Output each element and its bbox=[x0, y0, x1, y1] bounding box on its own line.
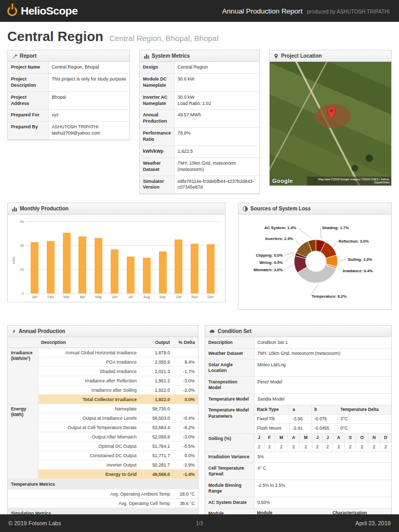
cloud-icon bbox=[209, 329, 215, 334]
row-description: Energy to Grid bbox=[38, 470, 140, 479]
system-loss-header: Sources of System Loss bbox=[238, 203, 391, 215]
info-label: Inverter AC Nameplate bbox=[140, 91, 174, 110]
y-axis-title: kWh bbox=[11, 222, 16, 299]
soiling-value: 2 bbox=[333, 443, 345, 451]
power-icon bbox=[7, 6, 17, 16]
soiling-value: 2 bbox=[255, 443, 264, 451]
bar-sep bbox=[159, 251, 167, 294]
info-row: kWh/kWp1,622.5 bbox=[140, 145, 259, 157]
monthly-production-bars bbox=[25, 222, 220, 294]
bar-dec bbox=[207, 244, 215, 294]
info-label: kWh/kWp bbox=[140, 145, 174, 157]
soiling-value: 2 bbox=[288, 443, 300, 451]
temp-params-cell: -0.0455 bbox=[312, 424, 338, 433]
annual-production-title: Annual Production bbox=[19, 328, 65, 334]
info-label: Prepared By bbox=[8, 122, 48, 140]
loss-label-line-inverters bbox=[295, 239, 299, 245]
info-value: e8fe78114e-fc0debfb44-4237b2d843-c07345e… bbox=[174, 176, 259, 194]
info-value: TMY, 10km Grid, meteonorm (meteonorm) bbox=[174, 157, 259, 176]
summary-row: Report Project NameCentral Region, Bhopa… bbox=[0, 50, 399, 194]
bar-jul bbox=[127, 257, 135, 294]
system-metrics-panel: System Metrics DesignCentral RegionModul… bbox=[139, 50, 260, 194]
x-tick-label: Jul bbox=[127, 295, 135, 299]
row-description: Optimal DC Output bbox=[38, 442, 140, 451]
temp-params-row-flush-mount: Flush Mount -2.81 -0.0455 0°C bbox=[255, 424, 392, 433]
info-label: Project Description bbox=[8, 73, 48, 91]
info-value: ASHUTOSH TRIPATHItashu2709@yahoo.com bbox=[48, 122, 129, 140]
row-output: 50,281.7 bbox=[140, 460, 173, 470]
map-image[interactable]: Google Map data ©2019 Google Imagery ©20… bbox=[270, 62, 391, 185]
bar-mar bbox=[63, 233, 71, 294]
y-tick-label: 6k bbox=[17, 220, 24, 223]
google-logo[interactable]: Google bbox=[272, 178, 293, 184]
cs-value-soiling: JFMAMJJASOND 222222222222 bbox=[254, 433, 391, 451]
loss-label-line-reflection bbox=[334, 242, 337, 247]
row-description: Constrained DC Output bbox=[38, 451, 140, 460]
cs-label-solar-angle: Solar Angle Location bbox=[205, 360, 254, 377]
project-location-panel-title: Project Location bbox=[281, 53, 322, 59]
row-output: 52,058.8 bbox=[140, 432, 173, 442]
cs-row-temp-params: Temperature Model Parameters Rack Type a… bbox=[205, 405, 391, 433]
x-tick-label: Aug bbox=[143, 295, 151, 299]
metric-label: Avg. Operating Cell Temp bbox=[8, 499, 173, 508]
bar-apr bbox=[78, 236, 86, 294]
soiling-months: JFMAMJJASOND bbox=[255, 434, 392, 443]
row-output: 1,922.0 bbox=[140, 385, 173, 395]
group-column-header bbox=[8, 337, 38, 348]
soiling-month: S bbox=[344, 434, 356, 443]
condition-set-panel: Condition Set Description Condition Set … bbox=[205, 325, 392, 532]
cs-label-cell-temp-spread: Cell Temperature Spread bbox=[205, 463, 254, 480]
temp-params-h-delta: Temperature Delta bbox=[338, 405, 392, 415]
temp-params-cell: Fixed Tilt bbox=[255, 415, 290, 424]
info-label: Simulator Version bbox=[140, 176, 174, 194]
loss-label-clipping: Clipping: 0.0% bbox=[256, 253, 283, 258]
bar-chart-icon bbox=[144, 54, 149, 59]
map-marker-header-icon bbox=[274, 54, 278, 59]
cs-label-description: Description bbox=[205, 337, 254, 348]
row-description: Shaded Irradiance bbox=[38, 367, 140, 376]
row-description: Output at Irradiance Levels bbox=[38, 414, 140, 423]
page-title: Central Region bbox=[7, 29, 103, 44]
temp-params-cell: Flush Mount bbox=[255, 424, 290, 433]
bar-feb bbox=[47, 241, 55, 294]
footer-copyright: © 2019 Folsom Labs bbox=[8, 520, 136, 526]
row-delta: -2.9% bbox=[173, 460, 198, 470]
soiling-month: J bbox=[312, 434, 323, 443]
row-delta: -1.7% bbox=[173, 367, 198, 376]
system-metrics-panel-title: System Metrics bbox=[152, 53, 190, 59]
monthly-production-xlabels: JanFebMarAprMayJunJulAugSepOctNovDec bbox=[25, 294, 220, 299]
charts-row: Monthly Production kWh 02k4k6k JanFebMar… bbox=[0, 203, 399, 310]
soiling-month: D bbox=[380, 434, 391, 443]
info-row: Prepared ByASHUTOSH TRIPATHItashu2709@ya… bbox=[8, 122, 129, 140]
loss-label-irradiance: Irradiance: 0.4% bbox=[343, 269, 373, 273]
cs-row-module-binning: Module Binning Range -2.5% to 2.5% bbox=[205, 480, 391, 497]
temp-params-cell: -2.81 bbox=[290, 424, 312, 433]
condition-set-title: Condition Set bbox=[218, 328, 251, 334]
soiling-table: JFMAMJJASOND 222222222222 bbox=[255, 434, 392, 451]
loss-label-reflection: Reflection: 3.0% bbox=[339, 239, 369, 244]
loss-label-soiling: Soiling: 2.0% bbox=[348, 257, 373, 262]
cs-label-temperature-model: Temperature Model bbox=[205, 394, 254, 405]
system-metrics-table: DesignCentral RegionModule DC Nameplate3… bbox=[140, 62, 259, 194]
loss-label-line-soiling bbox=[339, 259, 347, 261]
x-tick-label: Dec bbox=[207, 295, 215, 299]
metrics-row: Avg. Operating Cell Temp38.6 °C bbox=[8, 499, 198, 508]
row-delta: -0.4% bbox=[173, 414, 198, 423]
info-value: Central Region, Bhopal bbox=[48, 62, 129, 73]
cs-value-transposition: Perez Model bbox=[254, 377, 391, 394]
temp-params-h-b: b bbox=[312, 405, 338, 415]
soiling-month: J bbox=[323, 434, 333, 443]
info-row: Project NameCentral Region, Bhopal bbox=[8, 62, 129, 73]
row-output: 58,730.0 bbox=[140, 404, 173, 414]
annual-production-header-row: Description Output % Delta bbox=[8, 337, 198, 348]
cs-row-temperature-model: Temperature Model Sandia Model bbox=[205, 394, 391, 405]
info-value: Bhopal bbox=[48, 91, 129, 110]
annual-production-header: Annual Production bbox=[8, 326, 198, 337]
soiling-month: A bbox=[333, 434, 345, 443]
x-tick-label: Jun bbox=[111, 295, 118, 299]
report-header-right: Annual Production Report produced by ASH… bbox=[222, 6, 390, 16]
soiling-month: M bbox=[299, 434, 312, 443]
footer-date: April 23, 2019 bbox=[263, 520, 391, 526]
temp-params-cell: 3°C bbox=[338, 415, 392, 424]
loss-label-line-shading bbox=[321, 228, 321, 239]
